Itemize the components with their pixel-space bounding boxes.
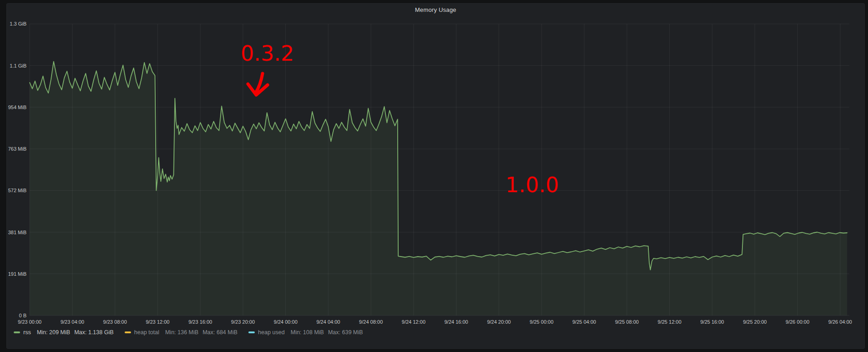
legend-series-max: Max: 684 MiB — [203, 329, 237, 336]
x-axis-tick-label: 9/25 00:00 — [530, 319, 553, 325]
x-axis-tick-label: 9/23 04:00 — [60, 319, 84, 325]
y-axis-tick-label: 954 MiB — [8, 105, 26, 110]
y-axis-tick-label: 1.3 GiB — [10, 21, 26, 26]
x-axis-tick-label: 9/25 12:00 — [658, 319, 681, 325]
legend-series-min: Min: 136 MiB — [165, 329, 199, 336]
x-axis-tick-label: 9/25 04:00 — [572, 319, 596, 325]
y-axis-tick-label: 191 MiB — [8, 271, 26, 277]
x-axis-tick-label: 9/26 04:00 — [828, 319, 852, 325]
y-axis-tick-label: 0 B — [19, 313, 26, 318]
legend-series-max: Max: 1.138 GiB — [74, 329, 114, 336]
legend-series-name[interactable]: heap total — [134, 329, 159, 336]
x-axis-tick-label: 9/24 00:00 — [274, 319, 298, 325]
x-axis-tick-label: 9/24 16:00 — [444, 319, 468, 325]
legend-series-name[interactable]: heap used — [258, 329, 284, 336]
x-axis-tick-label: 9/23 00:00 — [18, 319, 42, 325]
x-axis-tick-label: 9/25 08:00 — [615, 319, 639, 325]
legend-item-rss[interactable]: rss Min: 209 MiB Max: 1.138 GiB — [14, 329, 115, 336]
x-axis-tick-label: 9/23 20:00 — [231, 319, 255, 325]
x-axis-tick-label: 9/23 16:00 — [189, 319, 212, 325]
x-axis-tick-label: 9/24 20:00 — [487, 319, 511, 325]
plot-area[interactable] — [30, 24, 849, 315]
legend-series-min: Min: 108 MiB — [290, 329, 324, 336]
legend: rss Min: 209 MiB Max: 1.138 GiB heap tot… — [14, 329, 364, 336]
y-axis-tick-label: 572 MiB — [8, 188, 26, 193]
legend-series-min: Min: 209 MiB — [37, 329, 70, 336]
y-axis-tick-label: 1.1 GiB — [10, 63, 26, 68]
legend-series-max: Max: 639 MiB — [328, 329, 363, 336]
x-axis-tick-label: 9/24 08:00 — [359, 319, 383, 325]
legend-item-heap-total[interactable]: heap total Min: 136 MiB Max: 684 MiB — [125, 329, 238, 336]
x-axis-tick-label: 9/26 00:00 — [786, 319, 810, 325]
legend-item-heap-used[interactable]: heap used Min: 108 MiB Max: 639 MiB — [248, 329, 364, 336]
y-axis-tick-label: 763 MiB — [8, 146, 26, 152]
x-axis-tick-label: 9/25 20:00 — [743, 319, 767, 325]
x-axis-tick-label: 9/23 12:00 — [146, 319, 169, 325]
memory-usage-chart: 1.3 GiB1.1 GiB954 MiB763 MiB572 MiB381 M… — [0, 0, 868, 352]
x-axis-tick-label: 9/24 12:00 — [402, 319, 426, 325]
x-axis-tick-label: 9/25 16:00 — [700, 319, 724, 325]
heap-total-series-swatch-icon — [125, 331, 131, 333]
legend-series-name[interactable]: rss — [23, 329, 31, 336]
x-axis-tick-label: 9/24 04:00 — [316, 319, 340, 325]
y-axis-tick-label: 381 MiB — [8, 230, 26, 235]
grafana-dashboard: Memory Usage 1.3 GiB1.1 GiB954 MiB763 Mi… — [0, 0, 868, 352]
rss-series-swatch-icon — [14, 331, 20, 333]
heap-used-series-swatch-icon — [248, 331, 255, 333]
x-axis-tick-label: 9/23 08:00 — [103, 319, 127, 325]
